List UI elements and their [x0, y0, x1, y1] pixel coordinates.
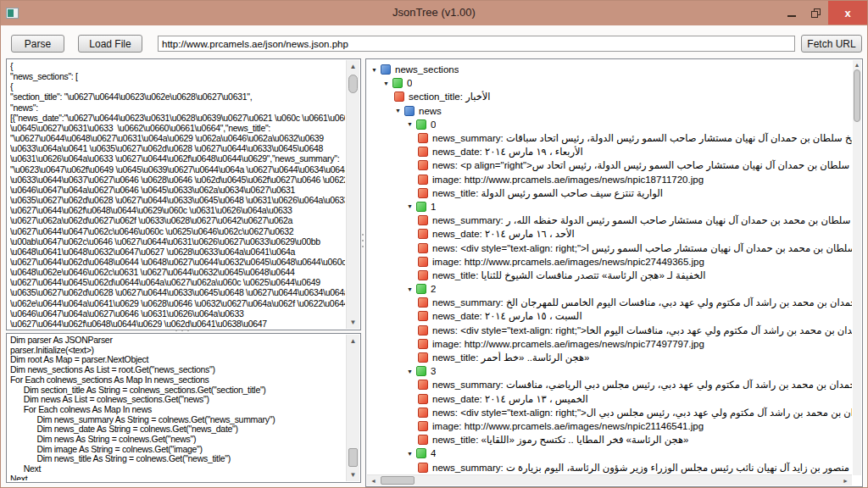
code-panel-scrollbar[interactable]: ▲ ▼: [346, 335, 359, 481]
tree-row[interactable]: ▼news_sections: [368, 63, 852, 76]
tree-row[interactable]: news_title: «هجن الرئاسة» فخر المطايا ..…: [368, 433, 852, 446]
tree-row[interactable]: news_title: هجن الرئاسة.. «خط أحمر»: [368, 351, 852, 364]
tree-row[interactable]: news_date: الخميس ، ١٣ مارس ٢٠١٤: [368, 392, 852, 406]
tree-row[interactable]: news_date: السبت ، ١٥ مارس ٢٠١٤: [368, 309, 852, 323]
tree-row[interactable]: news_summary: أهدى معالي الشيخ سلطان بن …: [368, 131, 852, 145]
expander-collapse-icon[interactable]: ▼: [406, 451, 414, 457]
minimize-button[interactable]: [779, 1, 804, 25]
expander-collapse-icon[interactable]: ▼: [406, 286, 414, 292]
tree-vertical-scrollbar[interactable]: ▲: [853, 60, 861, 475]
url-input[interactable]: [158, 36, 795, 52]
restore-icon: [811, 8, 821, 18]
scroll-down-icon[interactable]: ▼: [347, 469, 359, 481]
tree-row-label: 0: [431, 119, 436, 130]
tree-row-label: news: [419, 106, 442, 116]
fetch-url-button[interactable]: Fetch URL: [801, 35, 862, 53]
tree-row[interactable]: news: <p align="right">أهدى معالي الشيخ …: [368, 158, 852, 172]
leaf-node-icon: [418, 380, 428, 390]
index-node-icon: [416, 284, 426, 294]
tree-row-label: news_title: الخفيفة لـ «هجن الرئاسة» تتص…: [432, 269, 705, 281]
tree-row-label: image: http://www.prcamels.ae/images/new…: [432, 257, 704, 267]
tree-row-label: image: http://www.prcamels.ae/images/new…: [432, 421, 704, 431]
scrollbar-thumb[interactable]: [348, 448, 358, 467]
tree-row[interactable]: section_title: الأخبار: [368, 90, 852, 103]
scroll-right-icon[interactable]: ►: [839, 475, 852, 485]
window-title: JsonTree (v1.00): [1, 6, 867, 19]
scrollbar-thumb[interactable]: [348, 75, 358, 93]
tree-row[interactable]: news_summary: شهد معالي الشيخ سلطان بن م…: [368, 214, 852, 227]
tree-row[interactable]: ▼0: [368, 118, 852, 131]
scroll-up-icon[interactable]: ▲: [853, 60, 861, 69]
tree-row[interactable]: news: <div style="text-align: right;">شه…: [368, 406, 852, 419]
tree-row-label: 3: [431, 366, 436, 376]
tree-row[interactable]: ▼1: [368, 200, 852, 214]
index-node-icon: [416, 366, 426, 376]
leaf-node-icon: [418, 339, 428, 349]
parse-button[interactable]: Parse: [11, 35, 64, 53]
expander-collapse-icon[interactable]: ▼: [394, 108, 402, 114]
tree-rows: ▼news_sections▼0section_title: الأخبار▼n…: [368, 63, 852, 474]
scrollbar-thumb[interactable]: [854, 69, 860, 122]
vertical-splitter-grip[interactable]: [362, 234, 364, 247]
tree-row[interactable]: news_title: الوارية تنتزع سيف صاحب السمو…: [368, 186, 852, 200]
object-node-icon: [381, 64, 391, 75]
leaf-node-icon: [418, 243, 428, 253]
tree-row[interactable]: image: http://www.prcamels.ae/images/new…: [368, 255, 852, 269]
tree-row[interactable]: news_date: الأحد ، ١٦ مارس ٢٠١٤: [368, 227, 852, 241]
index-node-icon: [416, 448, 426, 458]
leaf-node-icon: [418, 325, 428, 336]
leaf-node-icon: [418, 160, 428, 170]
scrollbar-thumb[interactable]: [381, 476, 415, 485]
tree-row-label: news_date: الأحد ، ١٦ مارس ٢٠١٤: [432, 228, 575, 240]
json-source-text[interactable]: { "news_sections": [ { "section_title": …: [10, 61, 345, 328]
expander-collapse-icon[interactable]: ▼: [406, 121, 414, 127]
expander-collapse-icon[interactable]: ▼: [406, 369, 414, 374]
tree-horizontal-scrollbar[interactable]: ◄ ►: [367, 474, 852, 485]
scroll-left-icon[interactable]: ◄: [367, 475, 380, 485]
scroll-down-icon[interactable]: ▼: [347, 316, 359, 329]
tree-row[interactable]: news_summary: قام سمو الشيخ منصور بن زاي…: [368, 460, 852, 474]
leaf-node-icon: [418, 257, 428, 267]
tree-row-label: 4: [431, 448, 436, 458]
tree-row-label: news: <div style="text-align: right;">شه…: [432, 407, 852, 419]
expander-collapse-icon[interactable]: ▼: [382, 80, 390, 86]
tree-row[interactable]: ▼news: [368, 104, 852, 118]
tree-row[interactable]: news: <div style="text-align: right;">شه…: [368, 324, 852, 337]
object-node-icon: [404, 106, 415, 116]
tree-row[interactable]: ▼4: [368, 446, 852, 460]
horizontal-splitter-grip[interactable]: [175, 330, 189, 332]
tree-row-label: 2: [431, 284, 436, 294]
tree-row[interactable]: ▼2: [368, 282, 852, 296]
tree-row-label: news_summary: شهد سمو الشيخ حمدان بن محم…: [432, 297, 852, 308]
leaf-node-icon: [418, 215, 428, 225]
close-button[interactable]: x: [828, 1, 867, 25]
tree-row[interactable]: image: http://www.prcamels.ae/images/new…: [368, 173, 852, 186]
tree-row[interactable]: ▼0: [368, 76, 852, 90]
scroll-up-icon[interactable]: ▲: [347, 335, 359, 347]
tree-row[interactable]: image: http://www.prcamels.ae/images/new…: [368, 419, 852, 433]
scroll-up-icon[interactable]: ▲: [347, 60, 359, 73]
tree-row[interactable]: news_title: الخفيفة لـ «هجن الرئاسة» تتص…: [368, 269, 852, 282]
load-file-button[interactable]: Load File: [78, 35, 142, 53]
tree-row-label: news_title: «هجن الرئاسة» فخر المطايا ..…: [432, 434, 688, 446]
json-panel-scrollbar[interactable]: ▲ ▼: [346, 60, 359, 329]
leaf-node-icon: [418, 133, 428, 143]
tree-row[interactable]: news_date: الأربعاء ، ١٩ مارس ٢٠١٤: [368, 145, 852, 158]
tree-row-label: 1: [431, 202, 436, 212]
tree-row[interactable]: ▼3: [368, 364, 852, 378]
expander-collapse-icon[interactable]: ▼: [370, 67, 378, 73]
tree-row[interactable]: news_summary: شهد سمو الشيخ حمدان بن محم…: [368, 296, 852, 309]
tree-row[interactable]: news_summary: شهد سمو الشيخ حمدان بن محم…: [368, 378, 852, 391]
tree-row-label: news: <div style="text-align: right;">شه…: [432, 242, 852, 254]
expander-collapse-icon[interactable]: ▼: [406, 203, 414, 209]
leaf-node-icon: [418, 463, 428, 473]
tree-row[interactable]: news: <div style="text-align: right;">شه…: [368, 241, 852, 254]
tree-row[interactable]: image: http://www.prcamels.ae/images/new…: [368, 337, 852, 351]
restore-button[interactable]: [804, 1, 828, 25]
leaf-node-icon: [418, 408, 428, 418]
generated-code-text[interactable]: Dim parser As JSONParser parser.Initiali…: [10, 336, 345, 480]
minimize-icon: [787, 15, 796, 17]
json-tree-panel: ▼news_sections▼0section_title: الأخبار▼n…: [365, 58, 863, 487]
titlebar: JsonTree (v1.00) x: [1, 1, 867, 25]
leaf-node-icon: [418, 229, 428, 239]
